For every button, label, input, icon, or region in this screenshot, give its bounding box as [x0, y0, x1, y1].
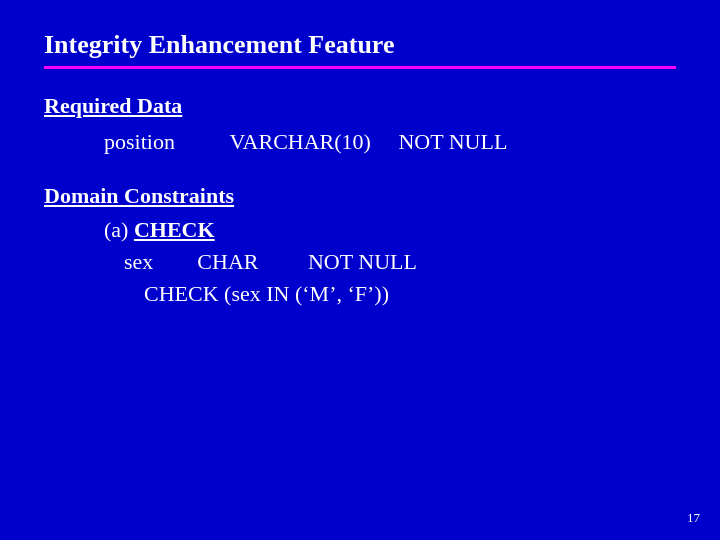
slide-container: Integrity Enhancement Feature Required D… — [0, 0, 720, 540]
required-data-heading: Required Data — [44, 93, 676, 119]
sex-constraint: NOT NULL — [308, 249, 417, 274]
sex-label: sex — [124, 249, 153, 274]
required-data-section: Required Data position VARCHAR(10) NOT N… — [44, 93, 676, 155]
sex-line: sex CHAR NOT NULL — [44, 249, 676, 275]
sex-type: CHAR — [197, 249, 258, 274]
title-section: Integrity Enhancement Feature — [44, 30, 676, 69]
domain-constraints-heading: Domain Constraints — [44, 183, 676, 209]
slide-title: Integrity Enhancement Feature — [44, 30, 676, 60]
position-line: position VARCHAR(10) NOT NULL — [44, 129, 676, 155]
position-constraint: NOT NULL — [398, 129, 507, 154]
check-label-underlined: CHECK — [134, 217, 215, 242]
check-label-line: (a) CHECK — [44, 217, 676, 243]
page-number: 17 — [687, 510, 700, 526]
check-label-plain: (a) — [104, 217, 134, 242]
title-underline — [44, 66, 676, 69]
position-type: VARCHAR(10) — [230, 129, 371, 154]
domain-constraints-section: Domain Constraints (a) CHECK sex CHAR NO… — [44, 183, 676, 307]
check-expression: CHECK (sex IN (‘M’, ‘F’)) — [144, 281, 389, 306]
check-expression-line: CHECK (sex IN (‘M’, ‘F’)) — [44, 281, 676, 307]
position-label: position — [104, 129, 175, 154]
